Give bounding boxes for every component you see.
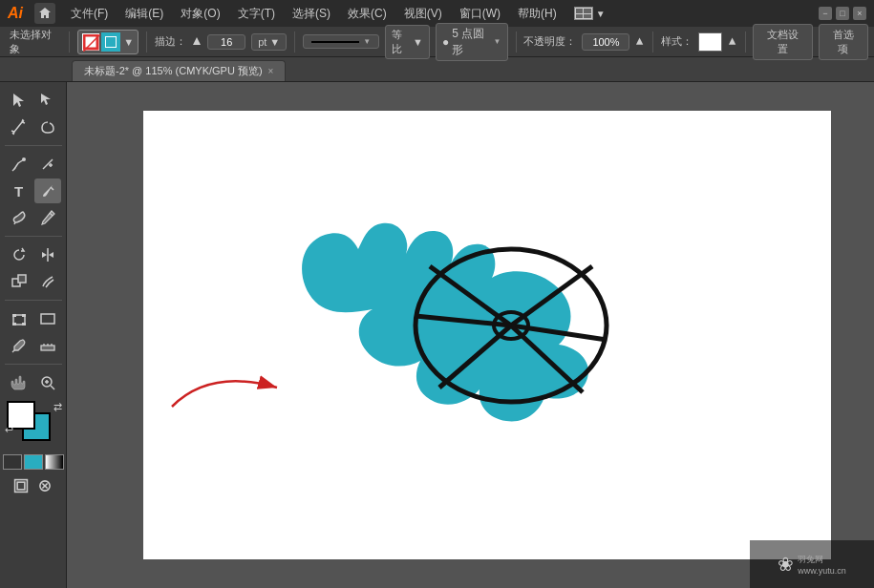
menu-edit[interactable]: 编辑(E) bbox=[117, 4, 171, 24]
menu-select[interactable]: 选择(S) bbox=[285, 4, 338, 24]
measure-tool[interactable] bbox=[34, 333, 61, 358]
svg-line-20 bbox=[12, 350, 14, 352]
scale-tool[interactable] bbox=[6, 269, 32, 294]
opacity-input-group[interactable] bbox=[582, 33, 629, 51]
artwork-svg bbox=[239, 130, 678, 473]
line-chevron: ▼ bbox=[363, 37, 371, 46]
zoom-tool[interactable] bbox=[34, 370, 61, 395]
minimize-button[interactable]: − bbox=[819, 7, 832, 20]
svg-marker-10 bbox=[42, 252, 47, 258]
divider2 bbox=[146, 32, 147, 52]
pencil-tool[interactable] bbox=[34, 205, 61, 230]
divider bbox=[69, 32, 70, 52]
type-icon: T bbox=[14, 183, 23, 200]
toolbar-divider4 bbox=[5, 364, 62, 365]
brush-tool[interactable] bbox=[34, 178, 61, 203]
eyedropper-tool[interactable] bbox=[6, 333, 32, 358]
workspace-chevron[interactable]: ▼ bbox=[596, 9, 606, 19]
menu-file[interactable]: 文件(F) bbox=[63, 4, 116, 24]
stroke-up-arrow[interactable] bbox=[192, 35, 202, 49]
magic-wand-tool[interactable] bbox=[6, 115, 32, 139]
unit-chevron: ▼ bbox=[269, 36, 280, 48]
home-button[interactable] bbox=[34, 3, 55, 24]
workspace-icon[interactable] bbox=[574, 7, 593, 20]
type-tools-row: T bbox=[6, 178, 61, 203]
divider3 bbox=[294, 32, 295, 52]
opacity-arrow[interactable] bbox=[635, 35, 644, 49]
reflect-tool[interactable] bbox=[34, 242, 61, 267]
stroke-size-input[interactable] bbox=[212, 36, 241, 48]
opacity-input[interactable] bbox=[588, 36, 623, 48]
opacity-label: 不透明度： bbox=[523, 34, 576, 49]
rotate-tool[interactable] bbox=[6, 242, 32, 267]
stroke-type-chevron: ▼ bbox=[494, 37, 501, 46]
menu-text[interactable]: 文字(T) bbox=[230, 4, 283, 24]
svg-rect-0 bbox=[84, 35, 97, 49]
line-style-dropdown[interactable]: ▼ bbox=[303, 34, 379, 49]
ratio-dropdown[interactable]: 等比 ▼ bbox=[385, 25, 430, 59]
pen-tool[interactable] bbox=[6, 152, 32, 177]
type-tool[interactable]: T bbox=[6, 178, 32, 203]
stroke-type-dropdown[interactable]: ● 5 点圆形 ▼ bbox=[436, 23, 508, 61]
menu-window[interactable]: 窗口(W) bbox=[452, 4, 508, 24]
svg-rect-19 bbox=[41, 314, 54, 324]
left-toolbar: T bbox=[0, 82, 67, 588]
svg-marker-6 bbox=[41, 94, 51, 105]
stroke-dropdown[interactable]: ▼ bbox=[101, 32, 134, 52]
watermark-area: ❀ 羽兔网 www.yutu.cn bbox=[750, 540, 874, 588]
gradient-swatch[interactable] bbox=[45, 454, 64, 470]
doc-settings-button[interactable]: 文档设置 bbox=[753, 24, 812, 60]
window-controls: − □ × bbox=[819, 7, 866, 20]
svg-marker-5 bbox=[13, 94, 24, 107]
symbol-sprayer[interactable] bbox=[34, 475, 55, 496]
canvas-area: ❀ 羽兔网 www.yutu.cn bbox=[67, 82, 874, 588]
document-tab[interactable]: 未标题-2* @ 115% (CMYK/GPU 预览) × bbox=[72, 60, 286, 81]
style-arrow[interactable] bbox=[728, 35, 736, 49]
lasso-tool[interactable] bbox=[34, 115, 61, 139]
rectangle-tool[interactable] bbox=[34, 306, 61, 331]
tab-close-button[interactable]: × bbox=[268, 66, 274, 76]
svg-marker-3 bbox=[636, 37, 643, 44]
toolbar-divider1 bbox=[5, 145, 62, 146]
extra-swatches bbox=[3, 454, 64, 470]
blob-brush-tool[interactable] bbox=[6, 205, 32, 230]
warp-tool[interactable] bbox=[34, 269, 61, 294]
fill-stroke-group[interactable]: ▼ bbox=[77, 30, 139, 54]
menu-effect[interactable]: 效果(C) bbox=[340, 4, 394, 24]
artboard-tool[interactable] bbox=[11, 475, 32, 496]
none-swatch[interactable] bbox=[3, 454, 22, 470]
free-transform-tool[interactable] bbox=[6, 306, 32, 331]
add-anchor-tool[interactable] bbox=[34, 152, 61, 177]
bottom-tool-icons bbox=[11, 475, 55, 496]
ratio-chevron: ▼ bbox=[413, 36, 423, 48]
color-swatch[interactable] bbox=[24, 454, 43, 470]
watermark-site2: www.yutu.cn bbox=[798, 566, 846, 576]
menu-view[interactable]: 视图(V) bbox=[396, 4, 450, 24]
swap-colors-icon[interactable]: ⇄ bbox=[53, 401, 62, 413]
fill-swatch[interactable] bbox=[101, 32, 120, 52]
svg-rect-16 bbox=[22, 314, 26, 317]
hand-tool[interactable] bbox=[6, 370, 32, 395]
menu-help[interactable]: 帮助(H) bbox=[510, 4, 565, 24]
paint-tools-row bbox=[6, 333, 61, 358]
preferences-button[interactable]: 首选项 bbox=[819, 24, 868, 60]
shape-tools-row bbox=[6, 242, 61, 267]
reset-colors-icon[interactable]: ↩ bbox=[5, 424, 13, 436]
style-label: 样式： bbox=[661, 34, 693, 49]
no-selection-label: 未选择对象 bbox=[6, 28, 61, 56]
style-swatch[interactable] bbox=[698, 32, 723, 52]
watermark-icon: ❀ bbox=[778, 553, 794, 576]
direct-select-tool[interactable] bbox=[34, 88, 61, 113]
stroke-label: 描边： bbox=[155, 34, 186, 49]
svg-marker-4 bbox=[729, 37, 735, 44]
stroke-size-input-group[interactable] bbox=[207, 34, 245, 50]
maximize-button[interactable]: □ bbox=[836, 7, 849, 20]
close-button[interactable]: × bbox=[853, 7, 866, 20]
fill-chevron[interactable]: ▼ bbox=[123, 36, 134, 48]
stroke-unit-dropdown[interactable]: pt ▼ bbox=[251, 33, 287, 51]
svg-rect-18 bbox=[22, 323, 26, 326]
menu-object[interactable]: 对象(O) bbox=[173, 4, 227, 24]
arrow-annotation bbox=[162, 349, 287, 429]
select-tool[interactable] bbox=[6, 88, 32, 113]
stroke-swatch[interactable] bbox=[82, 33, 99, 51]
